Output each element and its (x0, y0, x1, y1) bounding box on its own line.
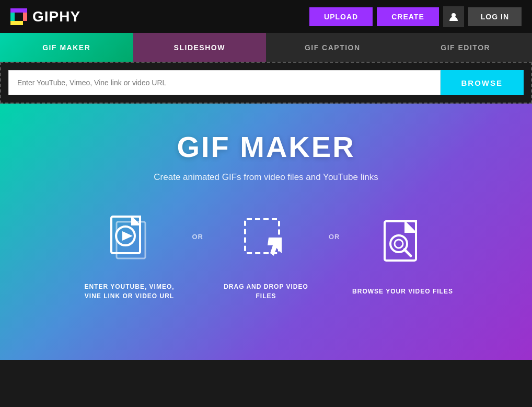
svg-marker-9 (122, 231, 133, 241)
header: GIPHY UPLOAD CREATE LOG IN (0, 0, 532, 33)
drag-drop-icon (240, 214, 292, 272)
tab-gif-caption[interactable]: GIF CAPTION (266, 33, 399, 62)
hero-subtitle: Create animated GIFs from video files an… (10, 172, 522, 183)
icon-label-url: ENTER YOUTUBE, VIMEO,VINE LINK OR VIDEO … (84, 282, 174, 301)
svg-marker-15 (406, 221, 416, 232)
upload-button[interactable]: UPLOAD (309, 7, 373, 26)
upload-inner: BROWSE (8, 70, 524, 95)
upload-section: BROWSE (0, 62, 532, 104)
browse-files-icon (377, 219, 429, 276)
hero-section: GIF MAKER Create animated GIFs from vide… (0, 104, 532, 360)
tab-gif-maker[interactable]: GIF MAKER (0, 33, 133, 62)
tab-gif-editor[interactable]: GIF EDITOR (399, 33, 533, 62)
svg-point-4 (452, 13, 456, 17)
giphy-logo-icon (10, 8, 27, 25)
tab-slideshow[interactable]: SLIDESHOW (133, 33, 267, 62)
header-actions: UPLOAD CREATE LOG IN (309, 6, 522, 27)
logo: GIPHY (10, 8, 80, 25)
icon-block-drag: DRAG AND DROP VIDEOFILES (214, 214, 318, 301)
video-link-icon (103, 214, 156, 272)
tabs-nav: GIF MAKER SLIDESHOW GIF CAPTION GIF EDIT… (0, 33, 532, 62)
icon-label-drag: DRAG AND DROP VIDEOFILES (224, 282, 308, 301)
user-icon (449, 12, 458, 21)
svg-marker-12 (268, 238, 282, 256)
or-text-1: OR (192, 233, 204, 241)
svg-point-18 (395, 240, 403, 248)
icon-block-url: ENTER YOUTUBE, VIMEO,VINE LINK OR VIDEO … (77, 214, 182, 301)
icon-label-browse: BROWSE YOUR VIDEO FILES (352, 287, 453, 296)
svg-rect-1 (10, 8, 27, 13)
create-button[interactable]: CREATE (377, 7, 439, 26)
or-text-2: OR (329, 233, 340, 241)
user-icon-button[interactable] (443, 6, 464, 27)
url-input[interactable] (8, 70, 441, 95)
icon-block-browse: BROWSE YOUR VIDEO FILES (351, 219, 455, 296)
svg-rect-2 (23, 13, 27, 21)
svg-rect-3 (10, 21, 23, 25)
icons-row: ENTER YOUTUBE, VIMEO,VINE LINK OR VIDEO … (10, 214, 522, 301)
logo-text: GIPHY (32, 8, 80, 25)
login-button[interactable]: LOG IN (468, 7, 522, 26)
svg-line-17 (404, 250, 411, 256)
hero-title: GIF MAKER (10, 130, 522, 164)
browse-button[interactable]: BROWSE (441, 70, 524, 95)
